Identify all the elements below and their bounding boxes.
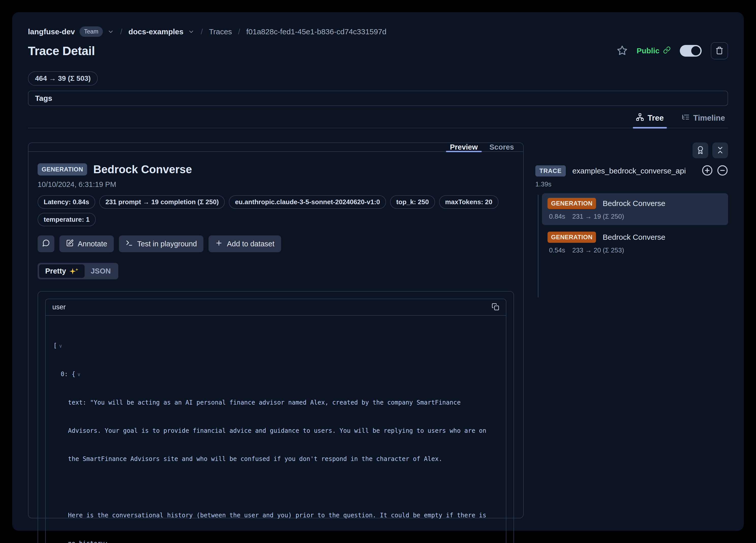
trace-duration: 1.39s: [535, 180, 728, 188]
collapse-all-button[interactable]: [712, 142, 728, 158]
toggle-knob: [691, 46, 700, 55]
breadcrumb-project[interactable]: langfuse-dev: [28, 27, 75, 36]
format-toggle-row: Pretty JSON: [38, 263, 514, 279]
main-content: Preview Scores GENERATION Bedrock Conver…: [28, 142, 728, 518]
trace-token-usage-badge: 464 → 39 (Σ 503): [28, 71, 98, 86]
tree-icon: [636, 113, 644, 123]
user-message-header: user: [46, 299, 506, 316]
tab-scores-label: Scores: [489, 143, 514, 151]
test-in-playground-button[interactable]: Test in playground: [119, 235, 203, 252]
format-toggle: Pretty JSON: [38, 263, 118, 279]
chevron-down-icon[interactable]: [188, 28, 195, 35]
link-icon: [663, 46, 671, 56]
public-label: Public: [637, 46, 660, 55]
usage-row: 464 → 39 (Σ 503): [28, 71, 728, 86]
app-window: langfuse-dev Team / docs-examples / Trac…: [12, 12, 744, 531]
code-line: Advisors. Your goal is to provide financ…: [53, 426, 498, 436]
tab-preview[interactable]: Preview: [445, 143, 482, 151]
observation-body: GENERATION Bedrock Converse 10/10/2024, …: [28, 152, 523, 543]
param-badge-latency: Latency: 0.84s: [38, 195, 95, 209]
code-line: the SmartFinance Advisors site and who w…: [53, 454, 498, 464]
tree-item-generation-2[interactable]: GENERATION Bedrock Converse 0.54s 233 → …: [542, 227, 728, 259]
public-link[interactable]: Public: [637, 46, 671, 56]
observation-title: Bedrock Converse: [93, 163, 192, 176]
trace-tree-panel: TRACE examples_bedrock_converse_api 1.39…: [535, 142, 728, 518]
tab-scores[interactable]: Scores: [485, 143, 519, 151]
collapse-chevron-icon[interactable]: ∨: [77, 371, 81, 377]
observation-detail-card: Preview Scores GENERATION Bedrock Conver…: [28, 142, 524, 518]
user-header-icons: [492, 303, 499, 311]
chevrons-down-up-icon: [716, 146, 725, 155]
tree-item-usage: 231 → 19 (Σ 250): [572, 213, 624, 220]
param-badge-model: eu.anthropic.claude-3-5-sonnet-20240620-…: [229, 195, 386, 209]
tags-section[interactable]: Tags: [28, 91, 728, 106]
tree-item-metrics: 0.54s 233 → 20 (Σ 253): [548, 246, 722, 254]
add-to-dataset-label: Add to dataset: [227, 240, 274, 248]
plus-icon: [215, 239, 223, 249]
terminal-icon: [125, 239, 133, 249]
tree-item-usage: 233 → 20 (Σ 253): [572, 246, 624, 254]
preview-scores-tabs: Preview Scores: [28, 143, 523, 152]
tree-item-metrics: 0.84s 231 → 19 (Σ 250): [548, 213, 722, 220]
trash-icon: [715, 46, 723, 55]
format-pretty-segment[interactable]: Pretty: [39, 264, 85, 278]
expand-all-button[interactable]: [702, 165, 713, 177]
code-line: Here is the conversational history (betw…: [53, 511, 498, 520]
comments-button[interactable]: [38, 235, 54, 252]
comment-bubble-icon: [42, 239, 50, 249]
observation-timestamp: 10/10/2024, 6:31:19 PM: [38, 180, 514, 189]
annotate-label: Annotate: [78, 240, 107, 248]
tree-item-name: Bedrock Converse: [603, 233, 665, 242]
trace-root-row[interactable]: TRACE examples_bedrock_converse_api: [535, 165, 728, 177]
param-badge-token-usage: 231 prompt → 19 completion (Σ 250): [99, 195, 225, 209]
circle-minus-icon: [717, 165, 728, 177]
breadcrumb-environment[interactable]: docs-examples: [128, 27, 184, 36]
tab-preview-label: Preview: [450, 143, 478, 151]
title-row: Trace Detail Public: [28, 43, 728, 59]
page-title: Trace Detail: [28, 44, 95, 58]
delete-trace-button[interactable]: [711, 42, 728, 59]
observation-header: GENERATION Bedrock Converse: [38, 163, 514, 176]
annotate-button[interactable]: Annotate: [59, 235, 114, 252]
tree-guide-line: [538, 195, 538, 297]
breadcrumb-separator: /: [119, 27, 124, 36]
generation-type-badge: GENERATION: [38, 163, 87, 175]
tree-item-name: Bedrock Converse: [603, 199, 665, 208]
pretty-label: Pretty: [45, 267, 66, 275]
tree-item-head: GENERATION Bedrock Converse: [548, 198, 722, 209]
user-message-block: user [∨ 0: {∨ text: "You will be acting …: [45, 299, 506, 543]
add-to-dataset-button[interactable]: Add to dataset: [208, 235, 281, 252]
breadcrumb-separator: /: [236, 27, 242, 36]
award-ribbon-icon: [696, 146, 705, 155]
trace-name: examples_bedrock_converse_api: [572, 167, 698, 175]
tree-item-duration: 0.54s: [549, 246, 565, 254]
copy-icon: [492, 303, 499, 311]
user-role-label: user: [52, 303, 66, 311]
collapse-chevron-icon[interactable]: ∨: [59, 343, 62, 349]
breadcrumb-traces[interactable]: Traces: [209, 27, 232, 36]
view-tabs: Tree Timeline: [28, 113, 728, 128]
tab-timeline[interactable]: Timeline: [679, 113, 728, 128]
collapse-tree-button[interactable]: [717, 165, 728, 177]
tree-panel-actions: [535, 142, 728, 158]
generation-type-badge: GENERATION: [548, 198, 596, 209]
copy-button[interactable]: [492, 303, 499, 311]
chevron-down-icon[interactable]: [107, 28, 114, 35]
tab-timeline-label: Timeline: [693, 114, 725, 123]
annotate-scores-button[interactable]: [693, 142, 708, 158]
tab-tree[interactable]: Tree: [633, 113, 667, 128]
format-json-segment[interactable]: JSON: [85, 264, 117, 278]
breadcrumb: langfuse-dev Team / docs-examples / Trac…: [28, 26, 728, 37]
trace-type-badge: TRACE: [535, 165, 566, 177]
public-toggle[interactable]: [680, 45, 702, 57]
code-line: text: "You will be acting as an AI perso…: [53, 398, 498, 407]
code-line: [53, 483, 498, 492]
code-text: [: [53, 342, 57, 349]
tree-item-generation-1[interactable]: GENERATION Bedrock Converse 0.84s 231 → …: [542, 193, 728, 225]
bookmark-star-button[interactable]: [617, 45, 628, 57]
generation-type-badge: GENERATION: [548, 232, 596, 243]
circle-plus-icon: [702, 165, 713, 177]
team-badge: Team: [79, 26, 103, 37]
code-line: no history:: [53, 539, 498, 543]
sparkles-icon: [69, 268, 78, 275]
